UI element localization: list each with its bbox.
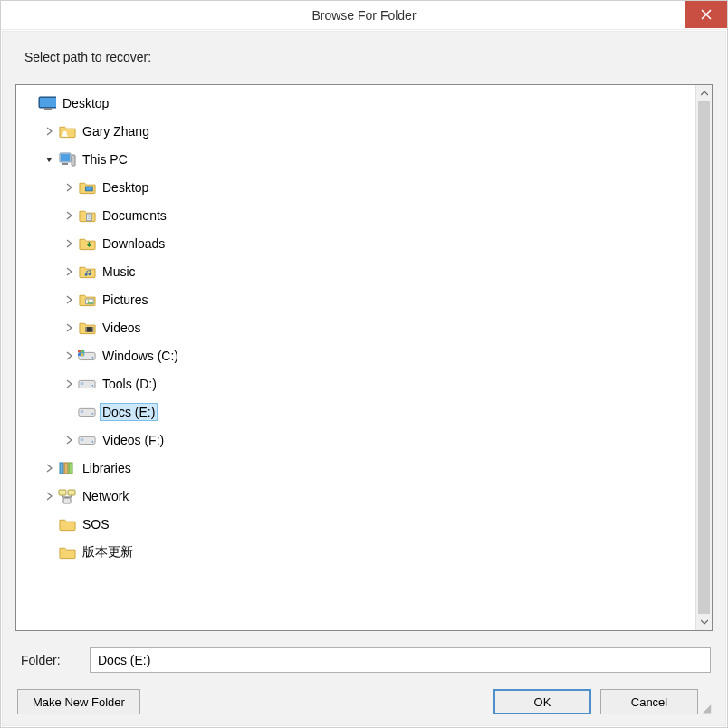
tree-item-label: Downloads	[100, 235, 168, 253]
chevron-right-icon[interactable]	[43, 464, 56, 473]
svg-rect-24	[81, 382, 84, 385]
cancel-button[interactable]: Cancel	[600, 689, 698, 714]
chevron-down-icon[interactable]	[43, 155, 56, 164]
tree-item[interactable]: Gary Zhang	[16, 117, 695, 145]
tree-item[interactable]: This PC	[16, 145, 695, 173]
libraries-icon	[58, 459, 76, 477]
libfolder-pics-icon	[78, 291, 96, 309]
tree-item[interactable]: Videos (F:)	[16, 426, 695, 454]
svg-rect-14	[91, 327, 92, 332]
svg-rect-21	[78, 353, 81, 356]
chevron-right-icon[interactable]	[63, 323, 76, 332]
tree-item-label: Documents	[100, 206, 169, 225]
tree-item-label: Desktop	[100, 178, 151, 196]
chevron-down-icon	[701, 619, 708, 625]
dialog-content: Select path to recover: DesktopGary Zhan…	[2, 31, 726, 726]
tree-item-label: Pictures	[100, 291, 151, 309]
folder-tree-container: DesktopGary ZhangThis PCDesktopDocuments…	[15, 84, 713, 631]
folder-tree[interactable]: DesktopGary ZhangThis PCDesktopDocuments…	[16, 85, 695, 630]
svg-rect-7	[62, 163, 68, 165]
tree-item-label: 版本更新	[80, 542, 136, 562]
tree-item-label: Docs (E:)	[100, 403, 158, 421]
tree-item[interactable]: Pictures	[16, 285, 695, 313]
folder-input[interactable]	[90, 647, 711, 673]
instruction-label: Select path to recover:	[24, 50, 704, 64]
tree-item[interactable]: Music	[16, 257, 695, 285]
pc-icon	[58, 150, 76, 168]
scroll-thumb[interactable]	[698, 101, 710, 614]
libfolder-desktop-icon	[78, 178, 96, 196]
chevron-right-icon[interactable]	[43, 492, 56, 501]
drive-win-icon	[78, 347, 96, 365]
tree-item[interactable]: Windows (C:)	[16, 341, 695, 369]
svg-rect-8	[85, 187, 92, 191]
tree-item[interactable]: Desktop	[16, 89, 695, 117]
scroll-up-arrow[interactable]	[696, 85, 712, 101]
resize-grip-icon[interactable]: ◢	[698, 702, 711, 714]
folder-field-row: Folder:	[17, 647, 711, 673]
tree-item[interactable]: SOS	[16, 510, 695, 538]
drive-icon	[78, 375, 96, 393]
tree-item-label: Music	[100, 263, 139, 281]
svg-rect-37	[63, 498, 71, 503]
svg-rect-19	[78, 350, 81, 352]
make-new-folder-button[interactable]: Make New Folder	[17, 689, 140, 714]
svg-rect-6	[72, 155, 75, 166]
titlebar: Browse For Folder	[1, 1, 727, 30]
svg-rect-34	[69, 463, 72, 474]
tree-item-label: Desktop	[60, 94, 111, 112]
drive-icon	[78, 403, 96, 421]
chevron-right-icon[interactable]	[43, 127, 56, 136]
button-row: Make New Folder OK Cancel ◢	[17, 689, 711, 714]
libfolder-docs-icon	[78, 206, 96, 225]
chevron-right-icon[interactable]	[63, 379, 76, 388]
close-button[interactable]	[685, 1, 727, 28]
tree-item[interactable]: Network	[16, 482, 695, 510]
tree-item-label: Gary Zhang	[80, 122, 152, 140]
tree-item-label: SOS	[80, 515, 112, 533]
tree-item[interactable]: Tools (D:)	[16, 369, 695, 398]
network-icon	[58, 487, 76, 505]
chevron-right-icon[interactable]	[63, 239, 76, 248]
tree-item[interactable]: 版本更新	[16, 538, 695, 566]
close-icon	[701, 9, 712, 20]
chevron-right-icon[interactable]	[63, 211, 76, 220]
desktop-icon	[38, 94, 56, 112]
libfolder-down-icon	[78, 235, 96, 253]
svg-rect-13	[85, 327, 86, 332]
tree-item[interactable]: Documents	[16, 201, 695, 229]
tree-item-label: Videos (F:)	[100, 431, 167, 449]
tree-item[interactable]: Docs (E:)	[16, 398, 695, 426]
tree-item-label: Windows (C:)	[100, 347, 181, 365]
chevron-right-icon[interactable]	[63, 183, 76, 192]
vertical-scrollbar[interactable]	[695, 85, 712, 630]
libfolder-music-icon	[78, 263, 96, 281]
tree-item[interactable]: Downloads	[16, 229, 695, 257]
tree-item-label: Tools (D:)	[100, 375, 159, 393]
userfolder-icon	[58, 122, 76, 140]
svg-point-28	[91, 412, 93, 414]
tree-item[interactable]: Libraries	[16, 454, 695, 482]
tree-item-label: Network	[80, 487, 131, 505]
scroll-down-arrow[interactable]	[696, 614, 712, 630]
chevron-right-icon[interactable]	[63, 351, 76, 360]
svg-rect-27	[81, 410, 84, 413]
svg-rect-30	[81, 438, 84, 441]
tree-item[interactable]: Videos	[16, 313, 695, 341]
tree-item-label: Libraries	[80, 459, 134, 477]
tree-item-label: Videos	[100, 319, 144, 337]
chevron-right-icon[interactable]	[63, 295, 76, 304]
folder-field-label: Folder:	[17, 653, 90, 667]
chevron-up-icon	[701, 91, 708, 96]
tree-item[interactable]: Desktop	[16, 173, 695, 201]
svg-point-25	[91, 384, 93, 386]
chevron-right-icon[interactable]	[63, 267, 76, 276]
svg-rect-2	[44, 108, 52, 110]
svg-rect-36	[68, 490, 75, 495]
svg-rect-22	[81, 353, 84, 356]
svg-point-17	[91, 356, 93, 358]
ok-button[interactable]: OK	[493, 689, 591, 714]
tree-item-label: This PC	[80, 150, 130, 168]
svg-point-31	[91, 440, 93, 442]
chevron-right-icon[interactable]	[63, 436, 76, 445]
